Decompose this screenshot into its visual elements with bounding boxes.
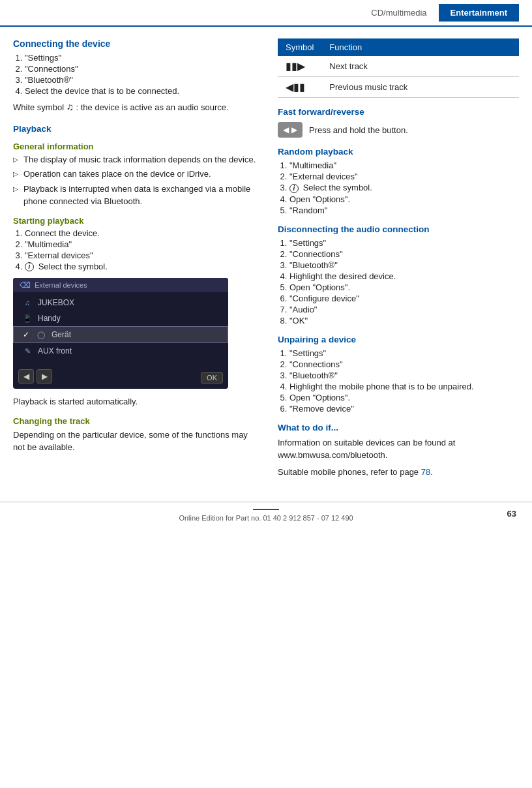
list-item: "External devices" xyxy=(25,250,258,260)
footer-page-number: 63 xyxy=(507,509,516,519)
random-playback-title: Random playback xyxy=(278,147,519,157)
tab-entertainment[interactable]: Entertainment xyxy=(439,4,519,22)
jukebox-icon: ♫ xyxy=(22,299,33,307)
screenshot-header-text: External devices xyxy=(35,281,87,289)
screen-item-gerat: ✓ ◯ Gerät xyxy=(13,326,228,343)
list-item: "Bluetooth®" xyxy=(25,75,258,85)
page-link[interactable]: 78 xyxy=(421,467,430,477)
handy-icon: 📱 xyxy=(22,314,33,323)
list-item: "Bluetooth®" xyxy=(289,260,519,270)
list-item: Operation can takes place on the device … xyxy=(13,168,258,181)
screen-item-jukebox: ♫ JUKEBOX xyxy=(13,295,228,311)
disconnecting-steps-list: "Settings" "Connections" "Bluetooth®" Hi… xyxy=(278,238,519,326)
handy-label: Handy xyxy=(38,314,61,323)
aux-label: AUX front xyxy=(38,346,72,356)
what-to-do-title: What to do if... xyxy=(278,423,519,432)
changing-track-text: Depending on the particular device, some… xyxy=(13,429,258,454)
check-icon: ✓ xyxy=(23,330,29,339)
ff-button-wrap: ◀ ▶ Press and hold the button. xyxy=(278,122,519,138)
table-row: ◀▮▮ Previous music track xyxy=(278,77,519,98)
what-to-do-text2: Suitable mobile phones, refer to page 78… xyxy=(278,466,519,479)
general-info-list: The display of music track information d… xyxy=(13,154,258,208)
list-item: "Connections" xyxy=(289,249,519,259)
footer-text: Online Edition for Part no. 01 40 2 912 … xyxy=(179,514,353,522)
aux-icon: ✎ xyxy=(22,347,33,356)
jukebox-label: JUKEBOX xyxy=(38,298,74,307)
random-steps-list: "Multimedia" "External devices" i Select… xyxy=(278,160,519,215)
screenshot-header: ⌫ External devices xyxy=(13,278,228,292)
main-content: Connecting the device "Settings" "Connec… xyxy=(0,27,532,489)
symbol-col-header: Symbol xyxy=(278,38,321,56)
function-prev-track: Previous music track xyxy=(321,77,519,98)
list-item: "Multimedia" xyxy=(25,239,258,249)
starting-playback-title: Starting playback xyxy=(13,216,258,226)
tab-cd-multimedia[interactable]: CD/multimedia xyxy=(359,4,438,22)
playback-title: Playback xyxy=(13,124,258,134)
screen-item-aux: ✎ AUX front xyxy=(13,343,228,359)
list-item: i Select the symbol. xyxy=(289,183,519,193)
general-info-title: General information xyxy=(13,142,258,151)
connecting-note: White symbol ♫ : the device is active as… xyxy=(13,100,258,115)
list-item: "Random" xyxy=(289,205,519,215)
starting-steps-list: Connect the device. "Multimedia" "Extern… xyxy=(13,228,258,272)
function-next-track: Next track xyxy=(321,56,519,77)
ff-left-arrow: ◀ xyxy=(283,125,289,134)
ff-text: Press and hold the button. xyxy=(309,125,408,135)
what-to-do-text1: Information on suitable devices can be f… xyxy=(278,436,519,462)
list-item: The display of music track information d… xyxy=(13,154,258,166)
list-item: "Settings" xyxy=(289,238,519,248)
list-item: "Connections" xyxy=(289,359,519,369)
list-item: "Bluetooth®" xyxy=(289,371,519,380)
list-item: "Settings" xyxy=(25,53,258,63)
list-item: Open "Options". xyxy=(289,393,519,402)
fast-forward-title: Fast forward/reverse xyxy=(278,107,519,117)
unpairing-steps-list: "Settings" "Connections" "Bluetooth®" Hi… xyxy=(278,348,519,414)
list-item: "External devices" xyxy=(289,172,519,181)
list-item: Highlight the desired device. xyxy=(289,271,519,281)
list-item: Connect the device. xyxy=(25,228,258,238)
screen-icon: ⌫ xyxy=(20,280,31,290)
list-item: Open "Options". xyxy=(289,194,519,204)
changing-track-title: Changing the track xyxy=(13,416,258,426)
list-item: "Audio" xyxy=(289,305,519,314)
screen-item-handy: 📱 Handy xyxy=(13,311,228,326)
ff-right-arrow: ▶ xyxy=(291,125,297,134)
header: CD/multimedia Entertainment xyxy=(0,0,532,27)
ff-button[interactable]: ◀ ▶ xyxy=(278,122,303,138)
function-col-header: Function xyxy=(321,38,519,56)
list-item: Highlight the mobile phone that is to be… xyxy=(289,382,519,391)
left-column: Connecting the device "Settings" "Connec… xyxy=(13,38,258,482)
list-item: Playback is interrupted when data is exc… xyxy=(13,183,258,208)
symbol-table: Symbol Function ▮▮▶ Next track ◀▮▮ Previ… xyxy=(278,38,519,98)
list-item: i Select the symbol. xyxy=(25,262,258,272)
screenshot-image: ⌫ External devices ♫ JUKEBOX 📱 Handy ✓ ◯… xyxy=(13,278,228,389)
footer-line xyxy=(253,509,279,510)
unpairing-title: Unpairing a device xyxy=(278,335,519,344)
screenshot-ok-btn[interactable]: OK xyxy=(201,372,223,384)
list-item: "Remove device" xyxy=(289,404,519,414)
list-item: "Connections" xyxy=(25,64,258,74)
gerat-icon: ◯ xyxy=(36,331,46,339)
connecting-steps-list: "Settings" "Connections" "Bluetooth®" Se… xyxy=(13,53,258,96)
list-item: "OK" xyxy=(289,316,519,326)
symbol-prev-track: ◀▮▮ xyxy=(278,77,321,98)
symbol-next-track: ▮▮▶ xyxy=(278,56,321,77)
list-item: "Settings" xyxy=(289,348,519,358)
table-row: ▮▮▶ Next track xyxy=(278,56,519,77)
header-tabs: CD/multimedia Entertainment xyxy=(359,4,519,22)
list-item: Select the device that is to be connecte… xyxy=(25,86,258,96)
disconnecting-title: Disconnecting the audio connection xyxy=(278,224,519,234)
list-item: "Configure device" xyxy=(289,294,519,303)
footer: Online Edition for Part no. 01 40 2 912 … xyxy=(0,502,532,527)
list-item: Open "Options". xyxy=(289,282,519,292)
playback-auto-text: Playback is started automatically. xyxy=(13,395,258,408)
list-item: "Multimedia" xyxy=(289,160,519,170)
gerat-label: Gerät xyxy=(52,330,71,339)
screenshot-nav-buttons: ◀ ▶ xyxy=(18,369,52,384)
right-column: Symbol Function ▮▮▶ Next track ◀▮▮ Previ… xyxy=(278,38,519,482)
nav-right-btn[interactable]: ▶ xyxy=(37,369,52,384)
connecting-device-title: Connecting the device xyxy=(13,38,258,49)
nav-left-btn[interactable]: ◀ xyxy=(18,369,34,384)
